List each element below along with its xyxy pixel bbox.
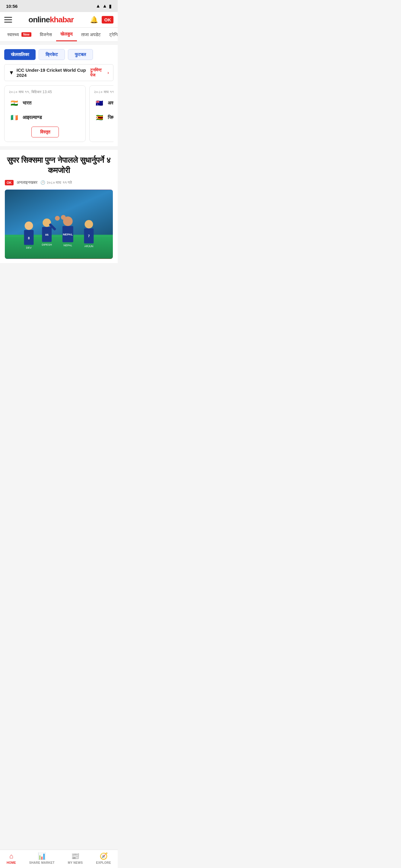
team-row-2: 🇮🇪 आइरल्याण्ड: [9, 112, 81, 123]
match-card: २०८० माघ ११, 🇦🇺 अस्ट्रेलिया 🇿🇼 जिम्बाब्व…: [89, 85, 113, 142]
clock-icon: 🕐: [40, 180, 45, 185]
match-cards-row: २०८० माघ ११, बिहिबार 13:45 🇮🇳 भारत 🇮🇪 आइ…: [4, 85, 113, 142]
team-name-india: भारत: [23, 100, 31, 106]
nav-item-health[interactable]: स्वास्थ्य New: [3, 28, 36, 41]
dropdown-icon: ▼: [9, 70, 14, 76]
team-row-1: 🇦🇺 अस्ट्रेलिया: [94, 98, 113, 108]
article-headline: सुपर सिक्समा पुग्न नेपालले सुधार्नुपर्ने…: [5, 155, 113, 176]
nav-item-latest[interactable]: ताजा अपडेट: [77, 28, 105, 41]
team-name-ireland: आइरल्याण्ड: [23, 115, 42, 120]
nav-item-trending[interactable]: ट्रेन्डिङ: [105, 28, 118, 41]
article-image-svg: 8 DEV 05 DIPESH NEPAL NEPAL 7 ARJUN: [5, 190, 113, 259]
header: onlinekhabar 🔔 OK: [0, 12, 118, 28]
tab-cricket[interactable]: क्रिकेट: [39, 49, 65, 60]
source-name: अनलाइनखबर: [17, 180, 37, 185]
battery-icon: ▮: [109, 3, 112, 9]
bottom-nav-explore[interactable]: 🧭 EXPLORE: [96, 852, 111, 864]
nav-bar: स्वास्थ्य New विजनेस खेलकुद ताजा अपडेट ट…: [0, 28, 118, 42]
tab-schedule[interactable]: खेलतालिका: [4, 49, 36, 60]
ok-badge[interactable]: OK: [102, 16, 113, 24]
svg-text:DEV: DEV: [26, 246, 31, 249]
svg-text:7: 7: [88, 234, 90, 238]
ireland-flag: 🇮🇪: [9, 112, 20, 123]
match-card: २०८० माघ ११, बिहिबार 13:45 🇮🇳 भारत 🇮🇪 आइ…: [4, 85, 86, 142]
svg-text:NEPAL: NEPAL: [64, 244, 73, 247]
news-icon: 📰: [71, 852, 79, 860]
bottom-spacer: [0, 263, 118, 287]
home-icon: ⌂: [9, 852, 13, 860]
header-right: 🔔 OK: [90, 16, 113, 24]
article-image[interactable]: 8 DEV 05 DIPESH NEPAL NEPAL 7 ARJUN: [5, 190, 113, 259]
logo-khabar: khabar: [50, 15, 74, 24]
match-datetime: २०८० माघ ११, बिहिबार 13:45: [9, 90, 81, 94]
bottom-nav-my-news[interactable]: 📰 MY NEWS: [68, 852, 83, 864]
svg-text:DIPESH: DIPESH: [42, 243, 52, 246]
tab-football[interactable]: फुटबल: [68, 49, 93, 60]
team-row-1: 🇮🇳 भारत: [9, 98, 81, 108]
svg-text:05: 05: [45, 233, 49, 236]
chevron-right-icon: ›: [107, 70, 109, 75]
australia-flag: 🇦🇺: [94, 98, 105, 108]
svg-text:8: 8: [28, 236, 30, 240]
article-meta: OK अनलाइनखबर 🕐 २०८० माघ ११ गते: [5, 180, 113, 185]
india-flag: 🇮🇳: [9, 98, 20, 108]
team-row-2: 🇿🇼 जिम्बाब्वे: [94, 112, 113, 123]
svg-point-21: [61, 215, 66, 220]
team-name-australia: अस्ट्रेलिया: [108, 100, 113, 106]
site-logo: onlinekhabar: [28, 15, 74, 24]
schedule-section: खेलतालिका क्रिकेट फुटबल ▼ ICC Under-19 C…: [0, 45, 118, 146]
details-button[interactable]: विस्तृत: [31, 127, 59, 137]
tournament-selector[interactable]: ▼ ICC Under-19 Cricket World Cup 2024 टु…: [4, 64, 113, 81]
status-time: 10:56: [6, 4, 18, 9]
bottom-nav-share-market[interactable]: 📊 SHARE MARKET: [29, 852, 55, 864]
svg-rect-0: [5, 190, 113, 238]
article-date: 🕐 २०८० माघ ११ गते: [40, 180, 72, 185]
bottom-nav-home[interactable]: ⌂ HOME: [7, 852, 16, 864]
signal-icon: ▲: [96, 3, 101, 9]
new-badge: New: [22, 32, 31, 37]
status-bar: 10:56 ▲ ▲ ▮: [0, 0, 118, 12]
source-logo: OK: [5, 180, 13, 185]
bottom-nav: ⌂ HOME 📊 SHARE MARKET 📰 MY NEWS 🧭 EXPLOR…: [0, 849, 118, 868]
schedule-tabs: खेलतालिका क्रिकेट फुटबल: [4, 49, 113, 60]
svg-rect-1: [5, 235, 113, 258]
tournament-name: ICC Under-19 Cricket World Cup 2024: [17, 67, 90, 78]
tournament-page-link[interactable]: टुर्नामेन्ट पेज ›: [90, 67, 109, 78]
article-section: सुपर सिक्समा पुग्न नेपालले सुधार्नुपर्ने…: [0, 150, 118, 263]
hamburger-menu-button[interactable]: [4, 17, 12, 23]
nav-item-sports[interactable]: खेलकुद: [56, 28, 77, 41]
zimbabwe-flag: 🇿🇼: [94, 112, 105, 123]
svg-point-16: [85, 220, 93, 228]
status-icons: ▲ ▲ ▮: [96, 3, 112, 9]
wifi-icon: ▲: [102, 3, 107, 9]
svg-text:NEPAL: NEPAL: [63, 232, 73, 236]
match-datetime: २०८० माघ ११,: [94, 90, 113, 94]
notification-bell-icon[interactable]: 🔔: [90, 16, 98, 24]
logo-online: online: [28, 15, 50, 24]
svg-point-3: [25, 221, 33, 230]
team-name-zimbabwe: जिम्बाब्वे: [108, 115, 113, 120]
svg-point-20: [55, 216, 60, 221]
nav-item-business[interactable]: विजनेस: [36, 28, 56, 41]
chart-icon: 📊: [38, 852, 46, 860]
explore-icon: 🧭: [99, 852, 108, 860]
svg-text:ARJUN: ARJUN: [85, 244, 93, 247]
